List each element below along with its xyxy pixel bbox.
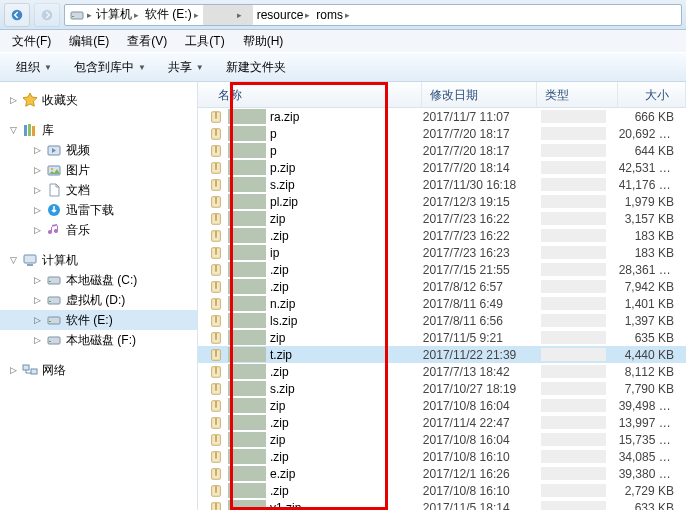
col-date[interactable]: 修改日期 [422,82,537,107]
file-size: 7,790 KB [619,382,686,396]
tree-lib-xunlei[interactable]: ▷迅雷下载 [0,200,197,220]
file-row[interactable]: .zip2017/11/4 22:4713,997 KB [198,414,686,431]
tree-drive-d[interactable]: ▷虚拟机 (D:) [0,290,197,310]
file-row[interactable]: pl.zip2017/12/3 19:151,979 KB [198,193,686,210]
file-date: 2017/8/11 6:56 [423,314,538,328]
file-row[interactable]: ra.zip2017/11/7 11:07666 KB [198,108,686,125]
zip-icon [208,245,224,261]
filename-redacted [228,415,266,430]
tree-lib-documents[interactable]: ▷文档 [0,180,197,200]
crumb-redacted[interactable]: xxxxx▸ [203,5,253,25]
file-date: 2017/8/12 6:57 [423,280,538,294]
svg-rect-11 [24,255,36,263]
filename-suffix: pl.zip [270,195,298,209]
file-row[interactable]: ip2017/7/23 16:23183 KB [198,244,686,261]
filename-suffix: v1.zip [270,501,301,511]
filename-suffix: p [270,144,277,158]
file-date: 2017/12/3 19:15 [423,195,538,209]
file-row[interactable]: .zip2017/10/8 16:1034,085 KB [198,448,686,465]
svg-rect-28 [215,145,217,152]
file-row[interactable]: s.zip2017/11/30 16:1841,176 KB [198,176,686,193]
file-row[interactable]: zip2017/11/5 9:21635 KB [198,329,686,346]
file-row[interactable]: p2017/7/20 18:1720,692 KB [198,125,686,142]
file-row[interactable]: e.zip2017/12/1 16:2639,380 KB [198,465,686,482]
col-name[interactable]: 名称 [198,82,422,107]
tree-drive-e[interactable]: ▷软件 (E:) [0,310,197,330]
file-row[interactable]: p.zip2017/7/20 18:1442,531 KB [198,159,686,176]
breadcrumb[interactable]: ▸ 计算机▸ 软件 (E:)▸ xxxxx▸ resource▸ roms▸ [64,4,682,26]
filename-suffix: ip [270,246,279,260]
col-type[interactable]: 类型 [537,82,618,107]
file-row[interactable]: zip2017/7/23 16:223,157 KB [198,210,686,227]
file-row[interactable]: zip2017/10/8 16:0415,735 KB [198,431,686,448]
file-date: 2017/10/8 16:04 [423,433,538,447]
zip-icon [208,381,224,397]
col-size[interactable]: 大小 [618,82,686,107]
tree-network[interactable]: ▷ 网络 [0,360,197,380]
file-row[interactable]: .zip2017/7/23 16:22183 KB [198,227,686,244]
crumb-drive[interactable]: 软件 (E:)▸ [143,5,201,25]
zip-icon [208,296,224,312]
file-row[interactable]: p2017/7/20 18:17644 KB [198,142,686,159]
zip-icon [208,194,224,210]
file-type-redacted [541,382,606,395]
crumb-roms[interactable]: roms▸ [314,5,352,25]
tree-label: 文档 [66,182,90,199]
expand-icon: ▽ [8,255,18,265]
file-row[interactable]: zip2017/10/8 16:0439,498 KB [198,397,686,414]
nav-forward-button[interactable] [34,3,60,27]
svg-rect-16 [49,301,51,302]
share-button[interactable]: 共享 ▼ [160,56,212,79]
file-size: 183 KB [619,229,686,243]
file-row[interactable]: .zip2017/8/12 6:577,942 KB [198,278,686,295]
organize-button[interactable]: 组织 ▼ [8,56,60,79]
libraries-icon [22,122,38,138]
zip-icon [208,330,224,346]
file-row[interactable]: .zip2017/7/15 21:5528,361 KB [198,261,686,278]
tree-label: 虚拟机 (D:) [66,292,125,309]
tree-favorites[interactable]: ▷ 收藏夹 [0,90,197,110]
zip-icon [208,109,224,125]
drive-icon [69,7,85,23]
file-row[interactable]: .zip2017/7/13 18:428,112 KB [198,363,686,380]
tree-lib-music[interactable]: ▷音乐 [0,220,197,240]
tree-lib-videos[interactable]: ▷视频 [0,140,197,160]
filename-suffix: n.zip [270,297,295,311]
nav-back-button[interactable] [4,3,30,27]
include-button[interactable]: 包含到库中 ▼ [66,56,154,79]
zip-icon [208,160,224,176]
menu-help[interactable]: 帮助(H) [235,31,292,52]
tree-drive-c[interactable]: ▷本地磁盘 (C:) [0,270,197,290]
file-row[interactable]: s.zip2017/10/27 18:197,790 KB [198,380,686,397]
file-type-redacted [541,178,606,191]
star-icon [22,92,38,108]
menu-tools[interactable]: 工具(T) [177,31,232,52]
file-row[interactable]: ls.zip2017/8/11 6:561,397 KB [198,312,686,329]
tree-libraries[interactable]: ▽ 库 [0,120,197,140]
tree-computer[interactable]: ▽ 计算机 [0,250,197,270]
svg-rect-54 [215,366,217,373]
file-row[interactable]: .zip2017/10/8 16:102,729 KB [198,482,686,499]
file-row[interactable]: v1.zip2017/11/5 18:14633 KB [198,499,686,510]
file-size: 1,979 KB [619,195,686,209]
tree-drive-f[interactable]: ▷本地磁盘 (F:) [0,330,197,350]
tree-label: 音乐 [66,222,90,239]
svg-rect-24 [215,111,217,118]
tree-lib-pictures[interactable]: ▷图片 [0,160,197,180]
file-row[interactable]: t.zip2017/11/22 21:394,440 KB [198,346,686,363]
newfolder-button[interactable]: 新建文件夹 [218,56,294,79]
navigation-tree[interactable]: ▷ 收藏夹 ▽ 库 ▷视频▷图片▷文档▷迅雷下载▷音乐 ▽ 计算机 ▷本地磁盘 … [0,82,198,510]
file-size: 20,692 KB [619,127,686,141]
filename-redacted [228,449,266,464]
file-type-redacted [541,433,606,446]
file-rows[interactable]: ra.zip2017/11/7 11:07666 KBp2017/7/20 18… [198,108,686,510]
menu-edit[interactable]: 编辑(E) [61,31,117,52]
menu-view[interactable]: 查看(V) [119,31,175,52]
svg-rect-66 [215,468,217,475]
zip-icon [208,483,224,499]
crumb-computer[interactable]: 计算机▸ [94,5,141,25]
menu-file[interactable]: 文件(F) [4,31,59,52]
file-date: 2017/7/15 21:55 [423,263,538,277]
crumb-resource[interactable]: resource▸ [255,5,313,25]
file-row[interactable]: n.zip2017/8/11 6:491,401 KB [198,295,686,312]
